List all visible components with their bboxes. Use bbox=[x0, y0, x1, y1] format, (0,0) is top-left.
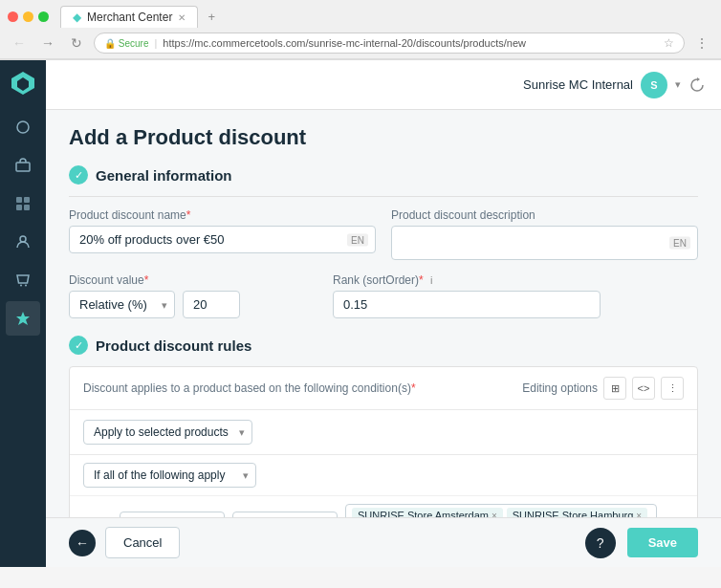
cancel-button[interactable]: Cancel bbox=[105, 527, 180, 558]
new-tab-btn[interactable]: + bbox=[202, 8, 221, 27]
desc-lang-badge: EN bbox=[669, 237, 690, 250]
field-channel-select[interactable]: Channel bbox=[120, 512, 225, 518]
sidebar-item-products[interactable] bbox=[6, 148, 40, 183]
forward-btn[interactable]: → bbox=[36, 32, 59, 54]
channel-tags[interactable]: SUNRISE Store Amsterdam × SUNRISE Store … bbox=[345, 504, 657, 517]
divider-general bbox=[69, 196, 698, 197]
rank-info-icon[interactable]: i bbox=[430, 274, 432, 286]
discount-label: Discount value* bbox=[69, 273, 317, 287]
editing-options: Editing options ⊞ <> ⋮ bbox=[522, 377, 684, 400]
sidebar-item-discounts[interactable] bbox=[6, 301, 40, 336]
footer-right: ? Save bbox=[585, 528, 698, 558]
field-channel-wrapper: Channel bbox=[120, 512, 225, 518]
tl-red[interactable] bbox=[8, 11, 18, 22]
tab-close[interactable]: ✕ bbox=[178, 12, 186, 23]
form-group-desc: Product discount description EN bbox=[391, 208, 698, 260]
svg-marker-11 bbox=[16, 312, 30, 325]
logo bbox=[8, 68, 38, 98]
editing-options-label: Editing options bbox=[522, 381, 598, 395]
conditions-list: If Channel is listed bbox=[70, 496, 697, 517]
secure-badge: 🔒 Secure bbox=[104, 38, 148, 49]
desc-label: Product discount description bbox=[391, 208, 698, 222]
tab-bar: ◆ Merchant Center ✕ + bbox=[0, 0, 721, 28]
name-input[interactable] bbox=[69, 226, 376, 253]
tag-x-hamburg[interactable]: × bbox=[636, 511, 642, 518]
sidebar-item-categories[interactable] bbox=[6, 186, 40, 221]
save-button[interactable]: Save bbox=[627, 528, 698, 557]
desc-input-wrapper: EN bbox=[391, 226, 698, 260]
tab-label: Merchant Center bbox=[87, 11, 172, 24]
sidebar-item-orders[interactable] bbox=[6, 263, 40, 297]
separator: | bbox=[154, 37, 157, 49]
rules-section-header: ✓ Product discount rules bbox=[69, 332, 698, 355]
rules-controls: Apply to selected products Apply to all … bbox=[70, 410, 697, 455]
bookmark-icon[interactable]: ☆ bbox=[664, 36, 674, 50]
more-options-btn[interactable]: ⋮ bbox=[661, 377, 684, 400]
op-channel-wrapper: is listed bbox=[232, 512, 338, 518]
apply-select[interactable]: Apply to selected products Apply to all … bbox=[83, 420, 252, 445]
general-section-header: ✓ General information bbox=[69, 162, 698, 185]
form-row-name-desc: Product discount name* EN Product discou… bbox=[69, 208, 698, 260]
rank-input[interactable] bbox=[333, 291, 601, 318]
name-input-wrapper: EN bbox=[69, 226, 376, 253]
page-title: Add a Product discount bbox=[69, 110, 698, 162]
refresh-btn[interactable]: ↻ bbox=[65, 32, 88, 54]
svg-point-2 bbox=[17, 121, 29, 133]
address-bar[interactable]: 🔒 Secure | https://mc.commercetools.com/… bbox=[94, 33, 685, 54]
main-area: Sunrise MC Internal S ▾ Add a Product di… bbox=[46, 60, 721, 567]
svg-point-9 bbox=[20, 285, 22, 287]
discount-type-select[interactable]: Relative (%) Absolute bbox=[69, 291, 175, 318]
footer-left: ← Cancel bbox=[69, 527, 180, 558]
app: Sunrise MC Internal S ▾ Add a Product di… bbox=[0, 60, 721, 567]
address-text: https://mc.commercetools.com/sunrise-mc-… bbox=[163, 37, 526, 49]
op-channel-select[interactable]: is listed bbox=[232, 512, 338, 518]
svg-point-10 bbox=[25, 285, 27, 287]
tl-yellow[interactable] bbox=[23, 11, 33, 22]
refresh-icon[interactable] bbox=[688, 76, 706, 94]
rank-label: Rank (sortOrder)* i bbox=[333, 273, 601, 287]
menu-btn[interactable]: ⋮ bbox=[690, 32, 713, 54]
sidebar-item-customers[interactable] bbox=[6, 225, 40, 259]
svg-rect-6 bbox=[16, 205, 22, 210]
rules-header: Discount applies to a product based on t… bbox=[70, 367, 697, 410]
form-group-name: Product discount name* EN bbox=[69, 208, 376, 260]
user-chevron[interactable]: ▾ bbox=[675, 78, 681, 91]
general-section-title: General information bbox=[96, 167, 232, 184]
svg-rect-4 bbox=[16, 197, 22, 203]
name-lang-badge: EN bbox=[347, 233, 368, 246]
top-bar: Sunrise MC Internal S ▾ bbox=[46, 60, 721, 110]
discount-amount-input[interactable] bbox=[183, 291, 240, 318]
main-inner: Add a Product discount ✓ General informa… bbox=[46, 110, 721, 517]
svg-rect-7 bbox=[24, 205, 30, 210]
rules-section-icon: ✓ bbox=[69, 336, 88, 355]
logic-select[interactable]: If all of the following apply If any of … bbox=[83, 463, 256, 488]
rules-condition-label: Discount applies to a product based on t… bbox=[83, 381, 416, 395]
sidebar-item-home[interactable] bbox=[6, 110, 40, 144]
desc-input[interactable] bbox=[391, 226, 698, 260]
nav-extra: ⋮ bbox=[690, 32, 713, 54]
form-group-rank: Rank (sortOrder)* i bbox=[333, 273, 601, 318]
tag-sunrise-hamburg: SUNRISE Store Hamburg × bbox=[507, 508, 647, 517]
general-section-icon: ✓ bbox=[69, 165, 88, 185]
user-info: Sunrise MC Internal S ▾ bbox=[523, 72, 706, 98]
user-name: Sunrise MC Internal bbox=[523, 77, 633, 92]
tag-sunrise-amsterdam: SUNRISE Store Amsterdam × bbox=[352, 508, 503, 517]
traffic-lights bbox=[8, 11, 49, 22]
back-arrow-btn[interactable]: ← bbox=[69, 530, 96, 556]
svg-rect-5 bbox=[24, 197, 30, 203]
back-btn[interactable]: ← bbox=[8, 32, 31, 54]
tl-green[interactable] bbox=[38, 11, 49, 22]
sidebar bbox=[0, 60, 46, 567]
active-tab[interactable]: ◆ Merchant Center ✕ bbox=[60, 6, 198, 28]
apply-select-wrapper: Apply to selected products Apply to all … bbox=[83, 420, 252, 445]
code-view-btn[interactable]: <> bbox=[632, 377, 655, 400]
tag-x-amsterdam[interactable]: × bbox=[492, 511, 497, 518]
name-label: Product discount name* bbox=[69, 208, 376, 222]
main-content: Add a Product discount ✓ General informa… bbox=[46, 110, 721, 517]
svg-rect-3 bbox=[16, 163, 30, 171]
help-icon[interactable]: ? bbox=[585, 528, 616, 558]
table-view-btn[interactable]: ⊞ bbox=[603, 377, 626, 400]
avatar: S bbox=[641, 72, 667, 98]
condition-row-channel: If Channel is listed bbox=[70, 496, 697, 517]
logic-row: If all of the following apply If any of … bbox=[70, 455, 697, 496]
